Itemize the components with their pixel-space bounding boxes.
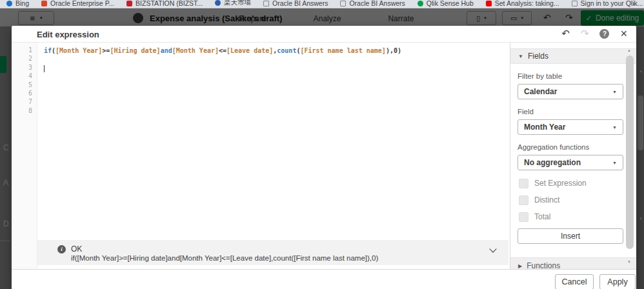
fields-section-header[interactable]: ▼ Fields [510,48,636,64]
editor-gutter: 12345678 [12,43,37,269]
text-cursor [44,65,45,72]
scroll-down-icon[interactable]: ▼ [627,260,631,264]
bookmark-item[interactable]: Oracle BI Answers [340,0,405,7]
code-token: [Leave date] [226,47,273,54]
line-number: 4 [12,72,32,81]
line-number: 8 [12,107,32,115]
chevron-down-icon: ▼ [612,90,617,94]
bookmark-item[interactable]: 楽天市場 [215,0,251,7]
page-favicon [572,1,578,6]
bookmark-item[interactable]: Oracle BI Answers [263,0,328,7]
expression-code-line[interactable]: if([Month Year]>=[Hiring date]and[Month … [38,43,510,55]
field-label: Field [518,108,636,115]
bookmarks-bar: Bing Oracle Enterprise P... BIZSTATION (… [0,0,644,8]
status-state: OK [71,244,82,254]
code-token: [First name last name] [300,47,385,54]
bookmark-item[interactable]: Set Analysis: taking... [486,0,559,7]
scroll-up-icon[interactable]: ▲ [627,48,631,52]
bing-favicon [6,1,12,6]
chevron-down-icon[interactable] [489,245,496,252]
expression-preview: if([Month Year]>=[Hiring date]and[Month … [71,254,378,262]
bookmark-item[interactable]: Bing [6,0,29,7]
bookmark-item[interactable]: BIZSTATION (BIZST... [126,0,203,7]
page-favicon [263,1,269,6]
checkbox[interactable] [519,212,528,222]
redo-icon[interactable]: ↷ [581,28,589,39]
filter-by-table-label: Filter by table [518,72,636,80]
code-token: [Month Year] [172,47,219,54]
line-number: 1 [12,46,32,55]
info-icon: i [57,245,66,254]
aggregation-label: Aggregation functions [518,143,636,151]
code-token: if [44,47,52,54]
close-icon[interactable]: × [620,29,627,39]
page-favicon [340,1,346,6]
checkbox[interactable] [519,179,528,188]
code-token: >= [102,47,110,54]
code-token: <= [219,47,226,54]
cancel-button[interactable]: Cancel [555,274,594,289]
panel-scrollbar[interactable]: ▲ ▼ [625,48,634,264]
help-icon[interactable]: ? [599,29,609,39]
expression-status-bar: i OK if([Month Year]>=[Hiring date]and[M… [37,240,508,265]
line-number: 5 [12,81,32,90]
code-token: [Hiring date] [110,47,160,54]
bookmark-item[interactable]: Qlik Sense Hub [418,0,474,7]
fields-panel: ▼ Fields Filter by table Calendar ▼ Fiel… [510,43,636,269]
chevron-down-icon: ▼ [612,125,617,130]
field-dropdown[interactable]: Month Year ▼ [518,119,623,135]
code-token: and [161,47,172,54]
functions-section-header[interactable]: ▶ Functions [510,257,636,269]
checkbox-row[interactable]: Total [519,212,636,222]
aggregation-dropdown[interactable]: No aggregation ▼ [518,155,623,170]
expression-editor[interactable]: 12345678 if([Month Year]>=[Hiring date]a… [12,43,510,269]
dialog-title: Edit expression [37,30,99,39]
line-number: 2 [12,55,32,63]
bizstation-favicon [126,1,132,6]
scrollbar-thumb[interactable] [626,55,634,249]
chevron-down-icon: ▼ [612,161,617,165]
chevron-right-icon: ▶ [518,263,522,269]
dialog-footer: Cancel Apply [12,269,636,289]
code-token: count [277,47,296,54]
rakuten-favicon [215,0,221,6]
checkbox-row[interactable]: Set Expression [519,178,636,188]
code-token: [Month Year] [55,47,102,54]
code-token: ) [397,47,401,54]
bookmark-item[interactable]: Oracle Enterprise P... [41,0,114,7]
oracle-favicon [41,1,47,6]
checkbox-row[interactable]: Distinct [519,195,636,205]
qlik-favicon [418,1,423,6]
edit-expression-dialog: Edit expression ↶ ↷ ? × 12345678 if([Mon… [12,26,636,289]
apply-button[interactable]: Apply [599,274,636,289]
line-number: 3 [12,64,32,72]
bookmarks-overflow-chevron[interactable]: › [632,1,635,7]
dialog-header: Edit expression ↶ ↷ ? × [12,26,636,43]
option-checkboxes: Set Expression Distinct Total [510,178,636,222]
chevron-down-icon: ▼ [518,54,523,59]
youtube-favicon [486,1,492,6]
line-number: 7 [12,98,32,106]
checkbox[interactable] [519,195,528,205]
insert-button[interactable]: Insert [518,228,623,244]
undo-icon[interactable]: ↶ [561,28,570,39]
table-dropdown[interactable]: Calendar ▼ [518,84,623,99]
line-number: 6 [12,90,32,98]
